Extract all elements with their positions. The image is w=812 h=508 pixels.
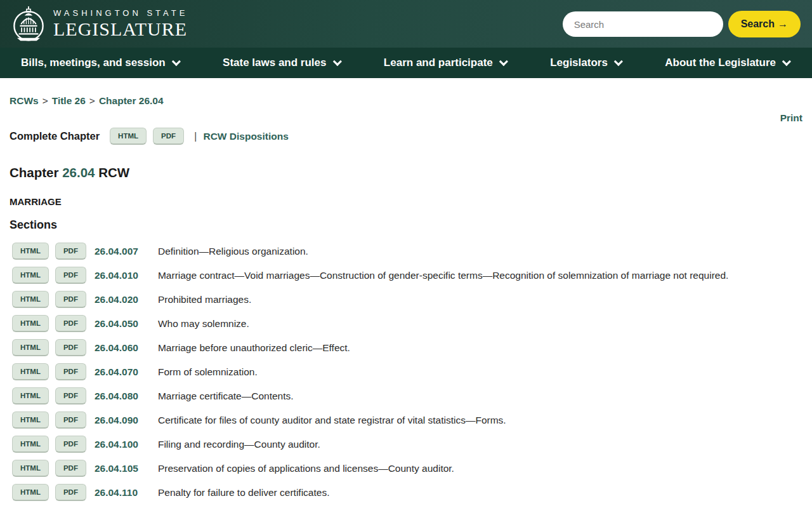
section-title: Penalty for failure to deliver certifica… xyxy=(158,487,330,498)
section-title: Marriage certificate—Contents. xyxy=(158,391,294,402)
rcw-dispositions-link[interactable]: RCW Dispositions xyxy=(203,131,288,142)
site-logo-text: WASHINGTON STATE LEGISLATURE xyxy=(53,9,188,39)
section-pdf-button[interactable]: PDF xyxy=(55,267,86,284)
section-row: HTML PDF 26.04.050 Who may solemnize. xyxy=(10,315,802,332)
section-html-button[interactable]: HTML xyxy=(12,436,49,453)
section-html-button[interactable]: HTML xyxy=(12,267,49,284)
section-title: Who may solemnize. xyxy=(158,318,249,330)
capitol-dome-icon xyxy=(10,4,47,44)
breadcrumb-separator: > xyxy=(43,95,48,107)
section-title: Prohibited marriages. xyxy=(158,294,251,305)
site-logo[interactable]: WASHINGTON STATE LEGISLATURE xyxy=(10,4,188,44)
section-pdf-button[interactable]: PDF xyxy=(55,460,86,477)
complete-chapter-tools: Complete Chapter HTML PDF | RCW Disposit… xyxy=(10,128,802,145)
breadcrumb-separator: > xyxy=(89,95,95,107)
section-row: HTML PDF 26.04.080 Marriage certificate—… xyxy=(10,387,802,404)
section-number-link[interactable]: 26.04.007 xyxy=(95,246,151,257)
section-row: HTML PDF 26.04.060 Marriage before unaut… xyxy=(10,339,802,356)
chapter-heading-suffix: RCW xyxy=(95,165,129,180)
breadcrumb-title-26[interactable]: Title 26 xyxy=(52,95,86,107)
section-row: HTML PDF 26.04.100 Filing and recording—… xyxy=(10,436,802,453)
section-pdf-button[interactable]: PDF xyxy=(55,387,86,404)
section-number-link[interactable]: 26.04.010 xyxy=(95,270,151,281)
section-row: HTML PDF 26.04.007 Definition—Religious … xyxy=(10,243,802,260)
section-pdf-button[interactable]: PDF xyxy=(55,484,86,501)
section-list: HTML PDF 26.04.007 Definition—Religious … xyxy=(10,243,802,508)
chevron-down-icon xyxy=(171,57,180,66)
section-title: Filing and recording—County auditor. xyxy=(158,439,320,450)
logo-line-legislature: LEGISLATURE xyxy=(53,20,188,39)
main-nav: Bills, meetings, and session State laws … xyxy=(0,48,812,78)
chevron-down-icon xyxy=(782,57,791,66)
section-pdf-button[interactable]: PDF xyxy=(55,243,86,260)
nav-item-learn-participate[interactable]: Learn and participate xyxy=(384,57,508,69)
section-pdf-button[interactable]: PDF xyxy=(55,363,86,380)
section-html-button[interactable]: HTML xyxy=(12,363,49,380)
section-row: HTML PDF 26.04.020 Prohibited marriages. xyxy=(10,291,802,308)
search-button[interactable]: Search → xyxy=(728,11,801,37)
chevron-down-icon xyxy=(614,57,623,66)
section-number-link[interactable]: 26.04.050 xyxy=(95,318,151,330)
chapter-subtitle: MARRIAGE xyxy=(10,196,802,207)
nav-item-label: State laws and rules xyxy=(223,57,326,69)
page-content: RCWs > Title 26 > Chapter 26.04 Print Co… xyxy=(0,95,812,508)
arrow-right-icon: → xyxy=(778,18,788,30)
nav-item-label: Bills, meetings, and session xyxy=(21,57,166,69)
chapter-number-link[interactable]: 26.04 xyxy=(62,165,95,180)
complete-chapter-html-button[interactable]: HTML xyxy=(110,128,147,145)
section-pdf-button[interactable]: PDF xyxy=(55,436,86,453)
section-title: Form of solemnization. xyxy=(158,366,258,378)
section-pdf-button[interactable]: PDF xyxy=(55,315,86,332)
section-pdf-button[interactable]: PDF xyxy=(55,411,86,429)
nav-item-about-legislature[interactable]: About the Legislature xyxy=(665,57,791,69)
section-row: HTML PDF 26.04.070 Form of solemnization… xyxy=(10,363,802,380)
nav-item-label: Legislators xyxy=(550,57,608,69)
section-title: Certificate for files of county auditor … xyxy=(158,415,506,426)
section-number-link[interactable]: 26.04.070 xyxy=(95,366,151,378)
header-search-area: Search → xyxy=(563,11,801,37)
section-html-button[interactable]: HTML xyxy=(12,411,49,429)
sections-heading: Sections xyxy=(10,218,802,232)
complete-chapter-label: Complete Chapter xyxy=(10,130,100,142)
tools-divider: | xyxy=(194,130,197,143)
nav-item-bills-meetings-session[interactable]: Bills, meetings, and session xyxy=(21,57,181,69)
section-number-link[interactable]: 26.04.080 xyxy=(95,391,151,402)
section-html-button[interactable]: HTML xyxy=(12,243,49,260)
chevron-down-icon xyxy=(332,57,341,66)
section-html-button[interactable]: HTML xyxy=(12,484,49,501)
section-html-button[interactable]: HTML xyxy=(12,315,49,332)
section-number-link[interactable]: 26.04.090 xyxy=(95,415,151,426)
breadcrumb: RCWs > Title 26 > Chapter 26.04 xyxy=(10,95,802,107)
section-html-button[interactable]: HTML xyxy=(12,339,49,356)
print-link[interactable]: Print xyxy=(780,112,802,124)
section-title: Definition—Religious organization. xyxy=(158,246,308,257)
section-number-link[interactable]: 26.04.060 xyxy=(95,342,151,354)
section-title: Marriage before unauthorized cleric—Effe… xyxy=(158,342,350,354)
section-title: Marriage contract—Void marriages—Constru… xyxy=(158,270,728,281)
section-row: HTML PDF 26.04.010 Marriage contract—Voi… xyxy=(10,267,802,284)
section-html-button[interactable]: HTML xyxy=(12,291,49,308)
section-row: HTML PDF 26.04.110 Penalty for failure t… xyxy=(10,484,802,501)
nav-item-label: Learn and participate xyxy=(384,57,493,69)
chapter-heading-prefix: Chapter xyxy=(10,165,62,180)
section-number-link[interactable]: 26.04.020 xyxy=(95,294,151,305)
section-number-link[interactable]: 26.04.105 xyxy=(95,463,151,474)
section-html-button[interactable]: HTML xyxy=(12,460,49,477)
site-header: WASHINGTON STATE LEGISLATURE Search → xyxy=(0,0,812,48)
breadcrumb-rcws[interactable]: RCWs xyxy=(10,95,39,107)
search-button-label: Search xyxy=(741,18,775,30)
section-pdf-button[interactable]: PDF xyxy=(55,339,86,356)
complete-chapter-pdf-button[interactable]: PDF xyxy=(153,128,184,145)
logo-line-washington-state: WASHINGTON STATE xyxy=(53,9,188,17)
nav-item-state-laws-rules[interactable]: State laws and rules xyxy=(223,57,341,69)
nav-item-legislators[interactable]: Legislators xyxy=(550,57,623,69)
section-html-button[interactable]: HTML xyxy=(12,387,49,404)
section-title: Preservation of copies of applications a… xyxy=(158,463,454,474)
breadcrumb-chapter-26-04[interactable]: Chapter 26.04 xyxy=(99,95,164,107)
section-number-link[interactable]: 26.04.100 xyxy=(95,439,151,450)
section-pdf-button[interactable]: PDF xyxy=(55,291,86,308)
search-input[interactable] xyxy=(563,11,723,37)
nav-item-label: About the Legislature xyxy=(665,57,776,69)
section-number-link[interactable]: 26.04.110 xyxy=(95,487,151,498)
chevron-down-icon xyxy=(499,57,508,66)
